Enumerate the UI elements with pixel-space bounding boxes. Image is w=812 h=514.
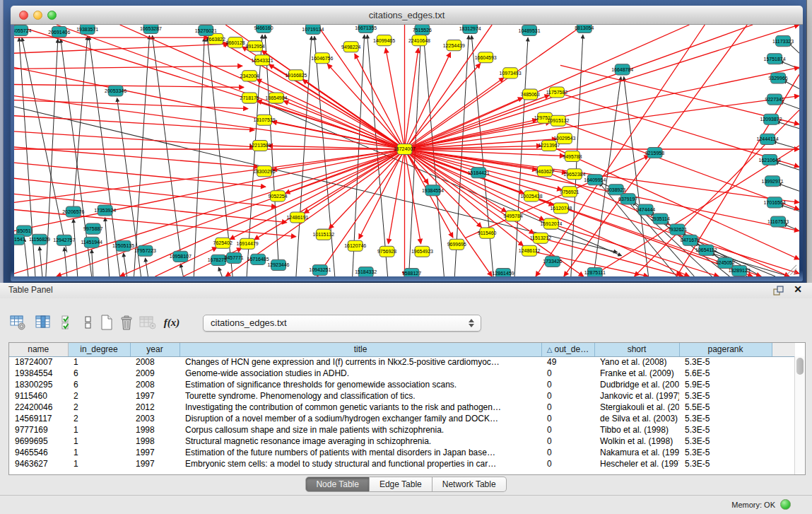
network-canvas[interactable]: 1872400712213967946362710025438949578491…: [14, 25, 799, 276]
right-panel-edge[interactable]: [806, 0, 812, 283]
graph-node-12254439[interactable]: 12254439: [443, 40, 465, 51]
graph-node-7485063[interactable]: 7485063: [520, 89, 539, 100]
table-row[interactable]: 946554611997Estimation of the future num…: [9, 447, 795, 458]
table-row[interactable]: 911546021997Tourette syndrome. Phenomeno…: [9, 390, 795, 402]
graph-node-16120746[interactable]: 16120746: [344, 240, 366, 251]
graph-node-19654923[interactable]: 19654923: [411, 246, 433, 257]
table-cell[interactable]: Wolkin et al. (1998): [594, 436, 679, 447]
graph-node-11451944[interactable]: 11451944: [81, 237, 102, 247]
new-table-icon[interactable]: [98, 313, 116, 332]
tab-node-table[interactable]: Node Table: [305, 477, 370, 492]
graph-node-19652384[interactable]: 19652384: [563, 169, 585, 180]
graph-node-10653287[interactable]: 10653287: [140, 25, 162, 34]
graph-node-13992971[interactable]: 13992971: [762, 176, 784, 187]
graph-node-8813054[interactable]: 8813054: [575, 25, 594, 33]
graph-node-12942757[interactable]: 12942757: [53, 235, 75, 245]
table-cell[interactable]: 9777169: [9, 424, 68, 436]
table-cell[interactable]: 0: [541, 424, 594, 436]
graph-node-9588127[interactable]: 9588127: [402, 268, 421, 276]
graph-node-2342004[interactable]: 2342004: [240, 71, 259, 81]
row-height-icon[interactable]: [79, 313, 98, 332]
table-cell[interactable]: Tourette syndrome. Phenomenology and cla…: [180, 390, 541, 402]
table-row[interactable]: 1830029562008Estimation of significance …: [9, 379, 795, 390]
table-cell[interactable]: 2008: [130, 379, 180, 390]
table-cell[interactable]: 5.6E-5: [679, 368, 772, 379]
graph-node-10029543[interactable]: 10029543: [553, 133, 575, 144]
table-cell[interactable]: 49: [541, 356, 594, 368]
table-cell[interactable]: Tibbo et al. (1998): [594, 424, 679, 436]
float-window-icon[interactable]: [773, 286, 784, 296]
graph-node-12923446[interactable]: 12923446: [267, 259, 289, 270]
graph-node-9115460[interactable]: 9115460: [478, 228, 497, 238]
graph-node-16046756[interactable]: 16046756: [311, 53, 333, 64]
window-titlebar[interactable]: citations_edges.txt: [11, 6, 803, 25]
graph-node-15716485[interactable]: 15716485: [247, 254, 269, 264]
table-options-icon[interactable]: [8, 313, 27, 332]
table-row[interactable]: 2242004622012Investigating the contribut…: [9, 402, 795, 413]
graph-node-22410648[interactable]: 22410648: [408, 35, 430, 46]
left-panel-edge[interactable]: [0, 0, 4, 283]
graph-node-10943251[interactable]: 10943251: [309, 264, 331, 275]
close-panel-icon[interactable]: ✕: [794, 284, 802, 295]
table-cell[interactable]: 5.3E-5: [679, 413, 772, 424]
table-cell[interactable]: 1: [68, 356, 130, 368]
table-cell[interactable]: 5.5E-5: [679, 402, 772, 413]
graph-node-17016504[interactable]: 17016504: [764, 197, 786, 208]
graph-node-10973493[interactable]: 10973493: [500, 68, 522, 78]
table-cell[interactable]: Estimation of the future numbers of pati…: [180, 447, 541, 458]
table-cell[interactable]: 2003: [130, 413, 180, 424]
table-cell[interactable]: Franke et al. (2009): [594, 368, 679, 379]
graph-node-7625402[interactable]: 7625402: [213, 238, 233, 248]
graph-node-9498224[interactable]: 9498224: [341, 42, 360, 52]
import-table-icon[interactable]: [139, 313, 157, 332]
table-cell[interactable]: 1997: [130, 390, 180, 402]
table-cell[interactable]: 1997: [130, 447, 180, 458]
graph-node-2935114[interactable]: 2935114: [651, 214, 670, 224]
graph-node-391543[interactable]: 391543: [14, 234, 25, 245]
table-cell[interactable]: 18300295: [9, 379, 68, 390]
table-cell[interactable]: de Silva et al. (2003): [594, 413, 679, 424]
table-cell[interactable]: 0: [541, 390, 594, 402]
column-header-name[interactable]: name: [9, 343, 68, 356]
graph-node-8660128[interactable]: 8660128: [226, 37, 245, 48]
table-row[interactable]: 969969511998Structural magnetic resonanc…: [9, 436, 795, 447]
graph-node-16671355[interactable]: 16671355: [355, 25, 377, 33]
graph-node-9756921[interactable]: 9756921: [560, 187, 579, 197]
table-cell[interactable]: 2: [68, 413, 130, 424]
table-cell[interactable]: 2009: [130, 368, 180, 379]
table-cell[interactable]: 5.3E-5: [679, 424, 772, 436]
table-row[interactable]: 1938455462009Genome-wide association stu…: [9, 368, 795, 379]
table-cell[interactable]: Disruption of a novel member of a sodium…: [180, 413, 541, 424]
table-cell[interactable]: Nakamura et al. (1997): [594, 447, 679, 458]
graph-node-9329966[interactable]: 9329966: [769, 73, 788, 83]
select-rows-icon[interactable]: [59, 313, 78, 332]
graph-node-9756928[interactable]: 9756928: [377, 246, 396, 257]
table-cell[interactable]: 9465546: [9, 447, 68, 458]
graph-node-16914479[interactable]: 16914479: [237, 238, 259, 249]
graph-node-14099465[interactable]: 14099465: [373, 35, 395, 46]
table-cell[interactable]: Hescheler et al. (1997): [594, 458, 679, 469]
table-row[interactable]: 1456911722003Disruption of a novel membe…: [9, 413, 795, 424]
graph-node-10719134[interactable]: 10719134: [302, 25, 324, 35]
table-cell[interactable]: Changes of HCN gene expression and I(f) …: [180, 356, 541, 368]
graph-node-8471676[interactable]: 8471676: [681, 235, 700, 245]
table-cell[interactable]: 1: [68, 447, 130, 458]
table-cell[interactable]: 18724007: [9, 356, 68, 368]
table-row[interactable]: 946362711997Embryonic stem cells: a mode…: [9, 458, 795, 469]
table-cell[interactable]: 5.3E-5: [679, 436, 772, 447]
table-cell[interactable]: 5.3E-5: [679, 447, 772, 458]
table-cell[interactable]: 6: [68, 379, 130, 390]
graph-node-19166825[interactable]: 19166825: [285, 70, 307, 81]
table-cell[interactable]: 0: [541, 368, 594, 379]
graph-node-12486191[interactable]: 12486191: [286, 212, 308, 223]
column-header-out_de[interactable]: △out_de…: [541, 343, 594, 356]
table-cell[interactable]: 0: [541, 458, 594, 469]
graph-node-1733426[interactable]: 1733426: [543, 256, 562, 267]
table-cell[interactable]: 0: [541, 436, 594, 447]
table-scrollbar[interactable]: [794, 356, 805, 474]
table-cell[interactable]: 2: [68, 390, 130, 402]
graph-node-8912954[interactable]: 8912954: [246, 41, 265, 52]
memory-status-indicator[interactable]: [780, 499, 791, 510]
graph-node-11167533[interactable]: 11167533: [767, 216, 789, 227]
column-header-pagerank[interactable]: pagerank: [679, 343, 772, 356]
